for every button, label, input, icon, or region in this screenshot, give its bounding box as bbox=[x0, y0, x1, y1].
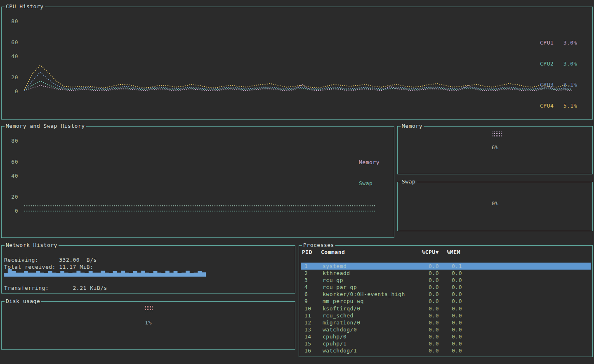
mem-ytick-40: 40 bbox=[5, 173, 18, 179]
process-pid: 1 bbox=[301, 263, 323, 270]
process-cpu-percent: 0.0 bbox=[416, 284, 439, 291]
disk-percent: 1% bbox=[2, 319, 295, 326]
cpu-column-header-sorted[interactable]: %CPU▼ bbox=[414, 249, 439, 256]
pid-column-header[interactable]: PID bbox=[299, 249, 321, 256]
mem-column-header[interactable]: %MEM bbox=[439, 249, 460, 256]
process-command: rcu_sched bbox=[323, 312, 416, 319]
process-table-rows: 1systemd0.00.12kthreadd0.00.03rcu_gp0.00… bbox=[299, 263, 592, 354]
process-command: watchdog/0 bbox=[323, 326, 416, 333]
process-cpu-percent: 0.0 bbox=[416, 291, 439, 298]
process-row[interactable]: 1systemd0.00.1 bbox=[301, 263, 591, 270]
process-row[interactable]: 4rcu_par_gp0.00.0 bbox=[301, 284, 591, 291]
command-column-header[interactable]: Command bbox=[321, 249, 414, 256]
process-row[interactable]: 2kthreadd0.00.0 bbox=[301, 270, 591, 277]
cpu-history-panel: CPU History 80 60 40 20 0 CPU1 3.0% CPU2… bbox=[1, 7, 593, 120]
mem-ytick-20: 20 bbox=[5, 194, 18, 200]
process-pid: 15 bbox=[301, 340, 323, 347]
processes-title: Processes bbox=[302, 242, 335, 248]
cpu2-value: 3.0% bbox=[563, 60, 577, 67]
process-pid: 3 bbox=[301, 277, 323, 284]
process-command: cpuhp/1 bbox=[323, 340, 416, 347]
process-mem-percent: 0.0 bbox=[439, 340, 462, 347]
process-pid: 14 bbox=[301, 333, 323, 340]
cpu3-value: 8.1% bbox=[563, 81, 577, 88]
memory-gauge-panel: Memory 6% bbox=[397, 126, 593, 174]
system-monitor-screen: CPU History 80 60 40 20 0 CPU1 3.0% CPU2… bbox=[0, 0, 594, 364]
process-pid: 2 bbox=[301, 270, 323, 277]
process-cpu-percent: 0.0 bbox=[416, 333, 439, 340]
process-cpu-percent: 0.0 bbox=[416, 340, 439, 347]
process-pid: 6 bbox=[301, 291, 323, 298]
process-row[interactable]: 10ksoftirqd/00.00.0 bbox=[301, 305, 591, 312]
cpu-history-chart bbox=[24, 15, 574, 94]
memory-swap-chart bbox=[24, 134, 378, 214]
process-command: rcu_par_gp bbox=[323, 284, 416, 291]
network-history-title: Network History bbox=[5, 242, 59, 248]
process-mem-percent: 0.1 bbox=[439, 263, 462, 270]
process-row[interactable]: 15cpuhp/10.00.0 bbox=[301, 340, 591, 347]
cpu3-label: CPU3 bbox=[540, 81, 554, 88]
process-row[interactable]: 6kworker/0:0H-events_high0.00.0 bbox=[301, 291, 591, 298]
process-mem-percent: 0.0 bbox=[439, 347, 462, 354]
memory-gauge-title: Memory bbox=[401, 123, 424, 129]
process-mem-percent: 0.0 bbox=[439, 319, 462, 326]
disk-usage-panel: Disk usage 1% bbox=[1, 301, 295, 350]
process-command: cpuhp/0 bbox=[323, 333, 416, 340]
process-command: migration/0 bbox=[323, 319, 416, 326]
memory-legend-label: Memory bbox=[359, 159, 380, 166]
cpu-legend-item: CPU4 5.1% bbox=[540, 102, 577, 109]
process-mem-percent: 0.0 bbox=[439, 298, 462, 305]
process-command: mm_percpu_wq bbox=[323, 298, 416, 305]
process-command: systemd bbox=[323, 263, 416, 270]
process-cpu-percent: 0.0 bbox=[416, 263, 439, 270]
cpu2-label: CPU2 bbox=[540, 60, 554, 67]
memory-swap-history-panel: Memory and Swap History 80 60 40 20 0 Me… bbox=[1, 126, 394, 238]
disk-usage-title: Disk usage bbox=[5, 298, 41, 304]
process-row[interactable]: 14cpuhp/00.00.0 bbox=[301, 333, 591, 340]
process-pid: 16 bbox=[301, 347, 323, 354]
process-cpu-percent: 0.0 bbox=[416, 305, 439, 312]
process-row[interactable]: 3rcu_gp0.00.0 bbox=[301, 277, 591, 284]
process-row[interactable]: 11rcu_sched0.00.0 bbox=[301, 312, 591, 319]
process-mem-percent: 0.0 bbox=[439, 284, 462, 291]
memory-gauge-dots bbox=[492, 131, 502, 137]
memory-percent: 6% bbox=[398, 144, 592, 150]
process-mem-percent: 0.0 bbox=[439, 333, 462, 340]
mem-ytick-0: 0 bbox=[5, 208, 18, 214]
processes-panel: Processes PID Command %CPU▼ %MEM 1system… bbox=[299, 245, 593, 357]
network-receive-sparkline bbox=[4, 269, 206, 277]
process-command: ksoftirqd/0 bbox=[323, 305, 416, 312]
process-cpu-percent: 0.0 bbox=[416, 319, 439, 326]
cpu4-label: CPU4 bbox=[540, 102, 554, 109]
network-transferring-line: Transferring: 2.21 KiB/s bbox=[4, 285, 107, 291]
process-row[interactable]: 12migration/00.00.0 bbox=[301, 319, 591, 326]
process-pid: 13 bbox=[301, 326, 323, 333]
process-mem-percent: 0.0 bbox=[439, 291, 462, 298]
process-mem-percent: 0.0 bbox=[439, 305, 462, 312]
process-mem-percent: 0.0 bbox=[439, 312, 462, 319]
process-mem-percent: 0.0 bbox=[439, 326, 462, 333]
process-row[interactable]: 16watchdog/10.00.0 bbox=[301, 347, 591, 354]
process-table-header: PID Command %CPU▼ %MEM bbox=[299, 249, 592, 256]
process-cpu-percent: 0.0 bbox=[416, 277, 439, 284]
network-receiving-line: Receiving: 332.00 B/s bbox=[4, 257, 97, 263]
cpu-legend-item: CPU2 3.0% bbox=[540, 60, 577, 67]
cpu-ytick-60: 60 bbox=[5, 39, 18, 45]
memory-swap-history-title: Memory and Swap History bbox=[5, 123, 86, 129]
cpu1-value: 3.0% bbox=[563, 39, 577, 46]
cpu-history-title: CPU History bbox=[5, 3, 45, 9]
cpu4-value: 5.1% bbox=[563, 102, 577, 109]
process-pid: 9 bbox=[301, 298, 323, 305]
process-cpu-percent: 0.0 bbox=[416, 298, 439, 305]
process-row[interactable]: 13watchdog/00.00.0 bbox=[301, 326, 591, 333]
process-row[interactable]: 9mm_percpu_wq0.00.0 bbox=[301, 298, 591, 305]
process-command: rcu_gp bbox=[323, 277, 416, 284]
process-mem-percent: 0.0 bbox=[439, 277, 462, 284]
swap-legend-label: Swap bbox=[359, 180, 380, 187]
cpu-legend-item: CPU3 8.1% bbox=[540, 81, 577, 88]
swap-percent: 0% bbox=[398, 200, 592, 207]
cpu-ytick-20: 20 bbox=[5, 74, 18, 80]
swap-gauge-title: Swap bbox=[401, 178, 417, 185]
swap-gauge-panel: Swap 0% bbox=[397, 182, 593, 231]
disk-gauge-dots bbox=[145, 305, 153, 311]
